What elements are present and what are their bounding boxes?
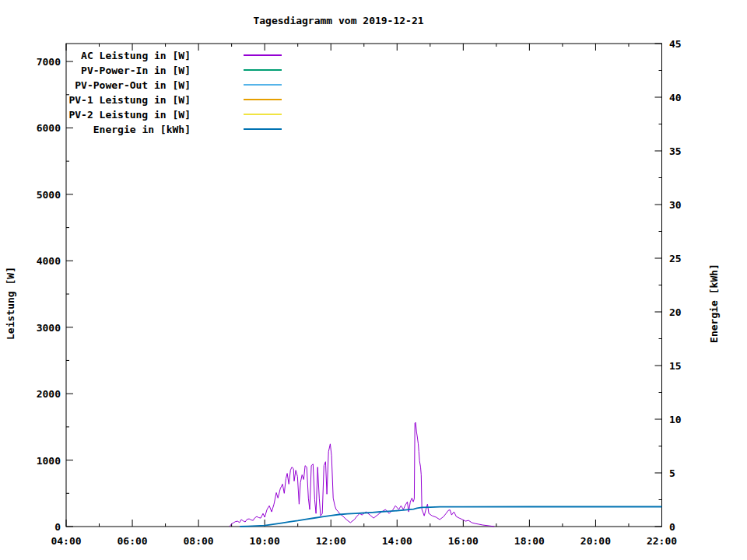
legend-label: AC Leistung in [W]	[81, 50, 191, 61]
legend-label: PV-Power-Out in [W]	[75, 79, 191, 91]
y-left-tick-label: 2000	[37, 388, 61, 400]
y-left-tick-label: 7000	[37, 56, 61, 68]
y-right-tick-label: 5	[669, 467, 675, 479]
x-tick-label: 04:00	[51, 535, 81, 547]
legend-label: PV-2 Leistung in [W]	[68, 109, 191, 121]
x-tick-label: 18:00	[514, 535, 545, 547]
y-right-tick-label: 40	[669, 92, 682, 103]
y-left-tick-label: 6000	[37, 122, 61, 134]
x-tick-label: 22:00	[647, 535, 677, 547]
y-left-tick-label: 4000	[37, 255, 61, 267]
y-left-axis-label: Leistung [W]	[5, 267, 16, 340]
y-left-tick-label: 0	[54, 521, 61, 533]
x-tick-label: 14:00	[382, 535, 412, 547]
y-right-tick-label: 25	[669, 253, 682, 264]
y-right-tick-label: 15	[669, 360, 682, 372]
gnuplot-page: 04:0006:0008:0010:0012:0014:0016:0018:00…	[0, 0, 747, 560]
x-tick-label: 06:00	[117, 535, 147, 547]
legend-label: PV-1 Leistung in [W]	[68, 94, 191, 106]
y-left-tick-label: 1000	[37, 455, 61, 467]
tagesdiagramm-chart: 04:0006:0008:0010:0012:0014:0016:0018:00…	[0, 0, 747, 560]
x-tick-label: 10:00	[250, 535, 280, 547]
x-tick-label: 16:00	[448, 535, 479, 547]
y-right-tick-label: 30	[669, 199, 682, 211]
legend-label: PV-Power-In in [W]	[81, 65, 191, 76]
x-tick-label: 12:00	[316, 535, 346, 547]
y-right-axis-label: Energie [kWh]	[708, 264, 720, 343]
x-tick-label: 20:00	[580, 535, 611, 547]
y-left-tick-label: 3000	[37, 322, 61, 334]
chart-title: Tagesdiagramm vom 2019-12-21	[253, 15, 423, 26]
x-tick-label: 08:00	[184, 535, 214, 547]
y-left-tick-label: 5000	[37, 189, 61, 201]
y-right-tick-label: 45	[669, 38, 682, 50]
legend-label: Energie in [kWh]	[93, 124, 191, 135]
y-right-tick-label: 20	[669, 306, 682, 318]
y-right-tick-label: 0	[669, 521, 675, 533]
y-right-tick-label: 10	[669, 414, 682, 425]
y-right-tick-label: 35	[669, 145, 682, 157]
